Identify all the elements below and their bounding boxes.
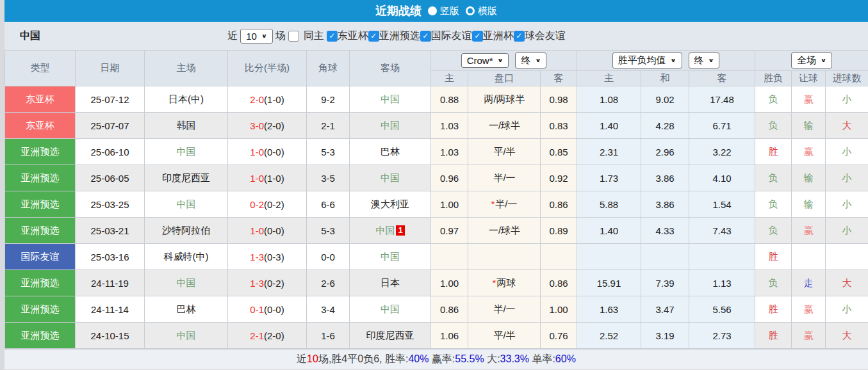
score-fulltime: 3-0 [250, 120, 264, 131]
scope-select[interactable]: 全场 ∨ [791, 52, 832, 68]
cell-result: 胜 [755, 296, 792, 323]
cell-date: 25-06-10 [76, 139, 145, 165]
chevron-down-icon: ∨ [261, 33, 267, 39]
cell-home-team: 中国 [145, 270, 228, 296]
score-halftime: (0-2) [264, 199, 284, 210]
cell-corners: 2-6 [307, 270, 350, 296]
cell-odds-home: 1.00 [431, 270, 468, 296]
results-table: 类型 日期 主场 比分(半场) 角球 客场 Crow* ∨ 终 ∨ [4, 50, 868, 349]
cell-date: 24-11-19 [76, 270, 145, 296]
competition-checkbox[interactable]: ✓ [327, 31, 338, 42]
score-fulltime: 1-0 [250, 225, 264, 236]
cell-handicap-result: 赢 [792, 323, 826, 349]
cell-goals-result: 大 [826, 270, 868, 296]
competition-checkbox[interactable]: ✓ [420, 31, 431, 42]
competition-label: 亚洲预选 [379, 29, 420, 43]
match-row: 亚洲预选 25-06-10 中国 1-0(0-0) 5-3 巴林 1.03 平/… [5, 139, 868, 165]
recent-suffix-label: 场 [275, 29, 286, 43]
same-home-checkbox[interactable]: ✓ [288, 31, 299, 42]
cell-home-team: 巴林 [145, 296, 228, 323]
cell-competition: 亚洲预选 [5, 191, 76, 218]
competition-filter[interactable]: ✓东亚杯 [327, 29, 368, 43]
odds-company-select[interactable]: Crow* ∨ [461, 53, 509, 68]
cell-avg-lose: 2.73 [689, 323, 755, 349]
cell-avg-draw [641, 244, 689, 270]
cell-date: 25-03-21 [76, 218, 145, 244]
cell-odds-home: 1.03 [431, 113, 468, 139]
score-halftime: (1-0) [264, 94, 284, 105]
cell-goals-result: 小 [826, 296, 868, 323]
competition-filter[interactable]: ✓亚洲杯 [472, 29, 514, 43]
cell-odds-home: 0.88 [431, 86, 468, 113]
handicap-text: 两球 [496, 277, 516, 288]
cell-competition: 亚洲预选 [5, 323, 76, 349]
cell-result: 负 [755, 165, 792, 191]
cell-competition: 国际友谊 [5, 244, 76, 270]
competition-checkbox[interactable]: ✓ [368, 31, 379, 42]
subheader-result: 胜负 [755, 71, 792, 86]
competition-checkbox[interactable]: ✓ [472, 31, 483, 42]
recent-results-panel: 近期战绩 竖版 横版 中国 近 10 ∨ 场 ✓ 同主 ✓东亚杯✓亚洲预选✓国际… [4, 0, 868, 369]
cell-date: 25-07-12 [76, 86, 145, 113]
handicap-text: 两/两球半 [484, 93, 525, 104]
horizontal-radio-label: 横版 [478, 5, 497, 17]
subheader-odds-away: 客 [541, 71, 577, 86]
cell-away-team: 中国 [350, 113, 431, 139]
cell-goals-result: 小 [826, 165, 868, 191]
score-halftime: (2-0) [264, 120, 284, 131]
competition-filters: ✓东亚杯✓亚洲预选✓国际友谊✓亚洲杯✓球会友谊 [327, 29, 566, 43]
cell-avg-draw: 4.33 [641, 218, 689, 244]
cell-avg-lose [689, 244, 755, 270]
layout-horizontal-radio[interactable]: 横版 [466, 5, 497, 17]
cell-handicap-result: 赢 [792, 86, 826, 113]
handicap-text: 平/半 [493, 330, 515, 341]
subheader-goals: 进球数 [826, 71, 868, 86]
cell-handicap-result: 走 [792, 270, 826, 296]
rank-badge: 1 [396, 225, 404, 236]
cell-avg-win: 15.91 [577, 270, 641, 296]
results-group: 全场 ∨ [755, 51, 868, 71]
team-name: 中国 [20, 29, 40, 43]
cell-avg-win: 1.63 [577, 296, 641, 323]
cell-result: 胜 [755, 323, 792, 349]
cell-goals-result [826, 244, 868, 270]
competition-filter[interactable]: ✓球会友谊 [514, 29, 566, 43]
match-row: 东亚杯 25-07-07 韩国 3-0(2-0) 2-1 中国 1.03 一/球… [5, 113, 868, 139]
cell-home-team: 中国 [145, 191, 228, 218]
cell-score: 0-2(0-2) [228, 191, 307, 218]
odds-stage-select[interactable]: 终 ∨ [515, 52, 546, 68]
cell-avg-win: 5.88 [577, 191, 641, 218]
cell-goals-result: 大 [826, 323, 868, 349]
same-home-label: 同主 [304, 29, 324, 43]
score-halftime: (0-3) [264, 252, 284, 262]
cell-date: 24-10-15 [76, 323, 145, 349]
cell-home-team: 韩国 [145, 113, 228, 139]
cell-handicap-result [792, 244, 826, 270]
score-fulltime: 2-0 [250, 94, 264, 105]
cell-goals-result: 大 [826, 113, 868, 139]
subheader-avg-draw: 和 [641, 71, 689, 86]
competition-filter[interactable]: ✓亚洲预选 [368, 29, 420, 43]
score-fulltime: 1-3 [250, 252, 264, 262]
avg-stage-select[interactable]: 终 ∨ [689, 52, 720, 68]
handicap-text: 半/一 [495, 198, 517, 209]
score-halftime: (0-2) [264, 278, 284, 289]
cell-handicap [468, 244, 541, 270]
avg-type-select[interactable]: 胜平负均值 ∨ [612, 52, 682, 68]
cell-odds-home [431, 244, 468, 270]
handicap-text: 一/球半 [489, 120, 520, 131]
away-team-name: 中国 [381, 251, 400, 262]
cell-handicap-result: 输 [792, 191, 826, 218]
header-corners: 角球 [307, 51, 350, 86]
cell-handicap-result: 赢 [792, 296, 826, 323]
header-date: 日期 [76, 51, 145, 86]
match-count-select[interactable]: 10 ∨ [240, 29, 273, 44]
competition-filter[interactable]: ✓国际友谊 [420, 29, 472, 43]
cell-home-team: 沙特阿拉伯 [145, 218, 228, 244]
cell-score: 1-0(1-0) [228, 165, 307, 191]
competition-checkbox[interactable]: ✓ [514, 31, 525, 42]
layout-vertical-radio[interactable]: 竖版 [428, 5, 459, 17]
cell-date: 25-03-25 [76, 191, 145, 218]
cell-score: 2-0(1-0) [228, 86, 307, 113]
cell-away-team: 中国1 [350, 218, 431, 244]
